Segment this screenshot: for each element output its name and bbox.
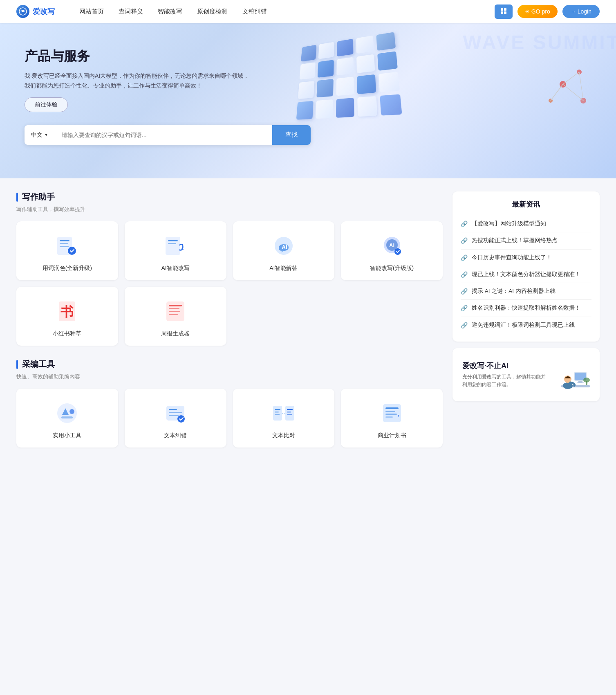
tool-text-correct-label: 文本纠错	[164, 432, 187, 439]
promo-text: 爱改写·不止AI 充分利用爱改写的工具，解锁其功能并利用您的内容工作流。	[462, 361, 548, 389]
news-title: 最新资讯	[461, 200, 591, 209]
link-icon-2: 🔗	[461, 254, 468, 261]
svg-rect-31	[169, 305, 182, 306]
svg-rect-44	[285, 406, 294, 421]
tool-smart-rewrite-pro-label: 智能改写(升级版)	[370, 265, 414, 272]
news-item-5[interactable]: 🔗 姓名识别利器：快速提取和解析姓名数据！	[461, 300, 591, 317]
svg-rect-17	[60, 246, 69, 247]
writing-tools-subtitle: 写作辅助工具，撰写效率提升	[16, 206, 443, 213]
news-item-1[interactable]: 🔗 热搜功能正式上线！掌握网络热点	[461, 232, 591, 249]
promo-brand: 爱改写·不止AI	[462, 361, 548, 371]
tool-text-compare[interactable]: 文本比对	[233, 389, 335, 448]
svg-rect-40	[169, 412, 182, 413]
svg-point-18	[68, 247, 76, 255]
link-icon-1: 🔗	[461, 237, 468, 244]
tool-smart-rewrite-pro[interactable]: AI 智能改写(升级版)	[341, 221, 443, 280]
word-polish-icon	[54, 233, 80, 259]
curation-section-title-bar	[16, 360, 18, 369]
news-item-0[interactable]: 🔗 【爱改写】网站升级模型通知	[461, 216, 591, 232]
tool-word-polish-label: 用词润色(全新升级)	[43, 265, 92, 272]
curation-tools-grid: 实用小工具 文本纠错	[16, 389, 443, 448]
svg-rect-59	[578, 381, 582, 382]
tool-ai-rewrite-label: AI智能改写	[161, 265, 190, 272]
svg-rect-50	[287, 414, 292, 415]
go-pro-button[interactable]: ☀ GO pro	[517, 5, 558, 18]
svg-line-12	[563, 84, 583, 101]
svg-rect-33	[169, 311, 180, 312]
search-input[interactable]	[55, 125, 272, 145]
news-item-4[interactable]: 🔗 揭示 AI 之谜：AI 内容检测器上线	[461, 283, 591, 300]
promo-figure	[553, 356, 590, 393]
svg-rect-4	[501, 11, 503, 14]
svg-point-42	[177, 415, 185, 423]
news-text-2: 今日历史事件查询功能上线了！	[472, 254, 552, 262]
tool-word-polish[interactable]: 用词润色(全新升级)	[16, 221, 118, 280]
nav-lookup[interactable]: 查词释义	[119, 8, 143, 16]
svg-rect-41	[169, 415, 179, 416]
text-correct-icon	[162, 400, 188, 426]
svg-rect-2	[501, 8, 503, 11]
news-item-2[interactable]: 🔗 今日历史事件查询功能上线了！	[461, 250, 591, 266]
svg-point-27	[394, 248, 401, 255]
link-icon-4: 🔗	[461, 288, 468, 295]
svg-rect-37	[61, 416, 73, 418]
svg-rect-49	[287, 412, 291, 413]
nav-proofread[interactable]: 文稿纠错	[242, 8, 267, 16]
news-text-5: 姓名识别利器：快速提取和解析姓名数据！	[472, 304, 580, 312]
news-box: 最新资讯 🔗 【爱改写】网站升级模型通知 🔗 热搜功能正式上线！掌握网络热点 🔗…	[452, 191, 600, 342]
curation-tools-title-row: 采编工具	[16, 359, 443, 370]
svg-rect-5	[504, 11, 506, 14]
navbar-actions: ☀ GO pro → Login	[495, 4, 600, 19]
svg-rect-51	[383, 404, 401, 422]
login-button[interactable]: → Login	[562, 5, 600, 18]
tool-text-correct[interactable]: 文本纠错	[125, 389, 226, 448]
writing-tools-title: 写作助手	[22, 191, 55, 202]
logo-icon	[16, 5, 29, 18]
svg-rect-43	[273, 406, 282, 421]
svg-rect-19	[166, 237, 180, 255]
svg-point-64	[583, 378, 590, 382]
language-selector[interactable]: 中文 ▼	[25, 125, 55, 145]
news-item-6[interactable]: 🔗 避免违规词汇！极限词检测工具现已上线	[461, 317, 591, 333]
svg-text:AI: AI	[282, 244, 287, 250]
ai-rewrite-icon	[162, 233, 188, 259]
news-item-3[interactable]: 🔗 现已上线！文本颜色分析器让提取更精准！	[461, 266, 591, 283]
site-logo[interactable]: 爱改写	[16, 5, 55, 18]
link-icon-5: 🔗	[461, 305, 468, 311]
search-button[interactable]: 查找	[272, 125, 311, 145]
svg-rect-55	[385, 416, 393, 418]
hero-banner: WAVE SUMMIT 产品与服务 我·爱改写已经全面接入国内AI大模型，作为你…	[0, 23, 616, 178]
promo-box: 爱改写·不止AI 充分利用爱改写的工具，解锁其功能并利用您的内容工作流。	[452, 348, 600, 401]
utility-tools-icon	[54, 400, 80, 426]
nav-home[interactable]: 网站首页	[79, 8, 104, 16]
curation-tools-section: 采编工具 快速、高效的辅助采编内容 实用小工具	[16, 359, 443, 448]
news-text-4: 揭示 AI 之谜：AI 内容检测器上线	[472, 287, 556, 295]
hero-decoration: WAVE SUMMIT	[277, 23, 616, 178]
svg-text:AI: AI	[389, 242, 394, 248]
navbar: 爱改写 网站首页 查词释义 智能改写 原创度检测 文稿纠错 ☀ GO pro →…	[0, 0, 616, 23]
svg-rect-15	[60, 240, 69, 241]
curation-tools-subtitle: 快速、高效的辅助采编内容	[16, 373, 443, 380]
tool-weekly-report[interactable]: 周报生成器	[125, 287, 226, 346]
grid-button[interactable]	[495, 4, 513, 19]
hero-cta-button[interactable]: 前往体验	[25, 97, 68, 112]
writing-tools-grid: 用词润色(全新升级) AI智能改写	[16, 221, 443, 346]
tool-xiaohongshu[interactable]: 书 小红书种草	[16, 287, 118, 346]
tool-text-compare-label: 文本比对	[272, 432, 295, 439]
tool-xiaohongshu-label: 小红书种草	[53, 330, 81, 337]
tool-ai-answer[interactable]: AI AI智能解答	[233, 221, 335, 280]
nav-originality[interactable]: 原创度检测	[197, 8, 228, 16]
svg-rect-16	[60, 243, 68, 244]
svg-rect-3	[504, 8, 506, 11]
text-compare-icon	[271, 400, 297, 426]
right-column: 最新资讯 🔗 【爱改写】网站升级模型通知 🔗 热搜功能正式上线！掌握网络热点 🔗…	[452, 191, 600, 461]
svg-point-36	[69, 409, 74, 414]
main-content: 写作助手 写作辅助工具，撰写效率提升	[0, 178, 616, 474]
tool-ai-rewrite[interactable]: AI智能改写	[125, 221, 226, 280]
tool-utility-tools[interactable]: 实用小工具	[16, 389, 118, 448]
tool-biz-plan[interactable]: 商业计划书	[341, 389, 443, 448]
svg-rect-53	[385, 411, 395, 412]
writing-tools-title-row: 写作助手	[16, 191, 443, 202]
nav-rewrite[interactable]: 智能改写	[158, 8, 182, 16]
svg-rect-54	[385, 414, 397, 415]
